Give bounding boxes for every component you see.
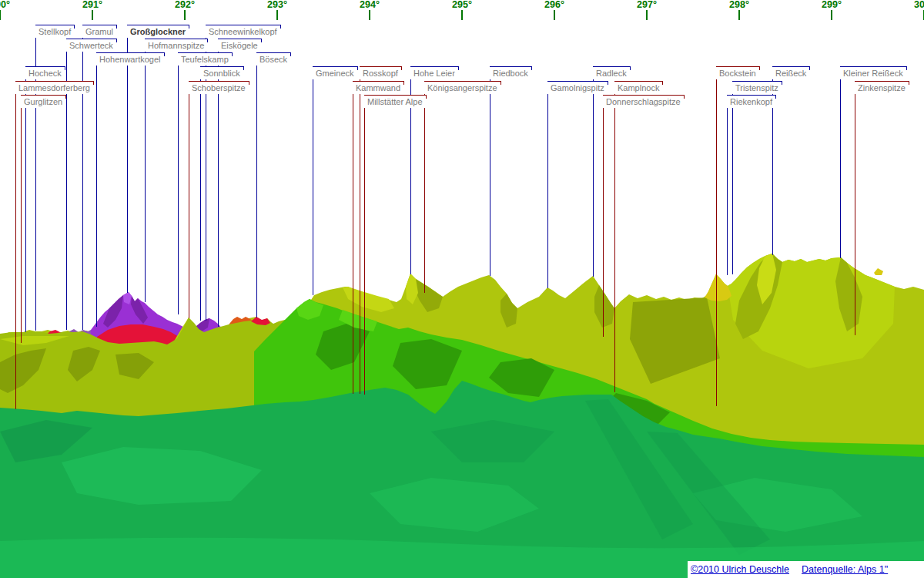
yellow-dab: [874, 268, 883, 275]
yellow-patch: [705, 274, 732, 301]
copyright-link[interactable]: ©2010 Ulrich Deuschle: [691, 564, 789, 575]
datasource-link[interactable]: Datenquelle: Alps 1": [802, 564, 888, 575]
footer-credits: ©2010 Ulrich Deuschle Datenquelle: Alps …: [688, 561, 924, 578]
terrain-rendering: [0, 0, 924, 578]
panorama-stage: LammesdorferbergGurglitzenHocheckStellko…: [0, 0, 924, 578]
